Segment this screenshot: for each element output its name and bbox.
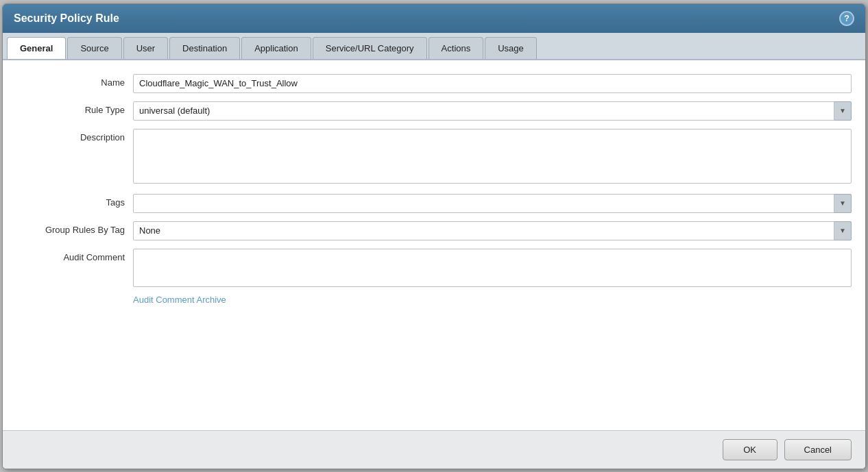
tab-user[interactable]: User xyxy=(123,37,168,59)
tab-service-url-category[interactable]: Service/URL Category xyxy=(313,37,427,59)
rule-type-label: Rule Type xyxy=(16,101,133,115)
rule-type-select[interactable]: universal (default) intrazone interzone xyxy=(133,101,852,121)
cancel-button[interactable]: Cancel xyxy=(784,439,852,460)
audit-comment-textarea[interactable] xyxy=(133,249,852,287)
audit-link-row: Audit Comment Archive xyxy=(133,295,852,305)
tab-general[interactable]: General xyxy=(7,37,66,59)
name-label: Name xyxy=(16,74,133,88)
audit-comment-row: Audit Comment xyxy=(16,249,852,289)
description-row: Description xyxy=(16,129,852,186)
rule-type-select-wrap: universal (default) intrazone interzone … xyxy=(133,101,852,121)
tab-application[interactable]: Application xyxy=(241,37,311,59)
tab-source[interactable]: Source xyxy=(67,37,121,59)
ok-button[interactable]: OK xyxy=(723,439,777,460)
tabs-container: General Source User Destination Applicat… xyxy=(3,33,865,60)
description-label: Description xyxy=(16,129,133,142)
audit-comment-archive-link[interactable]: Audit Comment Archive xyxy=(133,295,226,305)
name-row: Name xyxy=(16,74,852,93)
group-rules-row: Group Rules By Tag None ▼ xyxy=(16,221,852,240)
group-rules-select-wrap: None ▼ xyxy=(133,221,852,240)
help-icon[interactable]: ? xyxy=(839,11,854,26)
dialog-title: Security Policy Rule xyxy=(14,12,119,25)
content-area: Name Rule Type universal (default) intra… xyxy=(3,60,865,430)
group-rules-label: Group Rules By Tag xyxy=(16,221,133,235)
tab-destination[interactable]: Destination xyxy=(169,37,240,59)
tab-actions[interactable]: Actions xyxy=(429,37,484,59)
name-input[interactable] xyxy=(133,74,852,93)
tags-label: Tags xyxy=(16,194,133,208)
title-bar: Security Policy Rule ? xyxy=(3,4,865,33)
security-policy-rule-dialog: Security Policy Rule ? General Source Us… xyxy=(2,3,866,469)
tags-input[interactable] xyxy=(133,194,852,213)
rule-type-row: Rule Type universal (default) intrazone … xyxy=(16,101,852,121)
tags-select-wrap: ▼ xyxy=(133,194,852,213)
audit-comment-label: Audit Comment xyxy=(16,249,133,262)
footer: OK Cancel xyxy=(3,430,865,469)
tags-row: Tags ▼ xyxy=(16,194,852,213)
description-textarea[interactable] xyxy=(133,129,852,184)
group-rules-select[interactable]: None xyxy=(133,221,852,240)
tab-usage[interactable]: Usage xyxy=(485,37,537,59)
